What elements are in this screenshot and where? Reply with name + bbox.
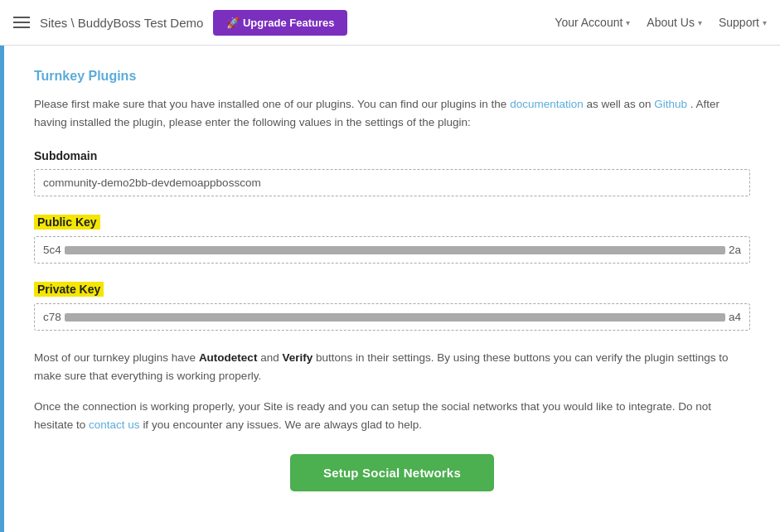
- breadcrumb: Sites \ BuddyBoss Test Demo: [40, 16, 203, 30]
- upgrade-button[interactable]: 🚀 Upgrade Features: [213, 10, 347, 36]
- support-label: Support: [719, 16, 759, 29]
- public-key-redacted: [65, 246, 725, 254]
- body-paragraph-1: Most of our turnkey plugins have Autodet…: [34, 349, 750, 386]
- private-key-input[interactable]: c78 a4: [34, 303, 750, 331]
- body-text-5: if you encounter any issues. We are alwa…: [143, 418, 422, 431]
- private-key-label: Private Key: [34, 282, 104, 297]
- public-key-start: 5c4: [43, 244, 61, 256]
- section-title: Turnkey Plugins: [34, 69, 750, 84]
- github-link[interactable]: Github: [654, 98, 687, 110]
- your-account-nav[interactable]: Your Account ▾: [555, 16, 630, 29]
- your-account-label: Your Account: [555, 16, 623, 29]
- body-text-2: and: [260, 351, 279, 364]
- support-nav[interactable]: Support ▾: [719, 16, 767, 29]
- private-key-end: a4: [729, 311, 741, 323]
- public-key-input[interactable]: 5c4 2a: [34, 236, 750, 264]
- about-us-caret: ▾: [698, 18, 702, 27]
- intro-paragraph: Please first make sure that you have ins…: [34, 95, 750, 131]
- about-us-label: About Us: [647, 16, 695, 29]
- verify-label: Verify: [282, 351, 312, 364]
- intro-text-2: as well as on: [586, 98, 651, 110]
- subdomain-label: Subdomain: [34, 149, 750, 162]
- body-text-1: Most of our turnkey plugins have: [34, 351, 196, 364]
- body-paragraph-2: Once the connection is working properly,…: [34, 398, 750, 435]
- about-us-nav[interactable]: About Us ▾: [647, 16, 702, 29]
- docs-link[interactable]: documentation: [510, 98, 584, 110]
- public-key-label: Public Key: [34, 215, 100, 230]
- private-key-redacted: [65, 313, 725, 322]
- setup-social-networks-button[interactable]: Setup Social Networks: [290, 454, 494, 491]
- hamburger-icon[interactable]: [13, 17, 30, 28]
- header: Sites \ BuddyBoss Test Demo 🚀 Upgrade Fe…: [0, 0, 780, 46]
- main-layout: Turnkey Plugins Please first make sure t…: [0, 46, 780, 532]
- autodetect-label: Autodetect: [199, 351, 258, 364]
- header-left: Sites \ BuddyBoss Test Demo 🚀 Upgrade Fe…: [13, 10, 541, 36]
- your-account-caret: ▾: [626, 18, 630, 27]
- subdomain-input[interactable]: [34, 169, 750, 196]
- private-key-start: c78: [43, 311, 61, 323]
- content-area: Turnkey Plugins Please first make sure t…: [4, 46, 780, 532]
- setup-btn-wrap: Setup Social Networks: [34, 454, 750, 491]
- header-nav: Your Account ▾ About Us ▾ Support ▾: [555, 16, 767, 29]
- support-caret: ▾: [763, 18, 767, 27]
- contact-us-link[interactable]: contact us: [89, 418, 140, 431]
- intro-text-1: Please first make sure that you have ins…: [34, 98, 506, 110]
- public-key-end: 2a: [729, 244, 741, 256]
